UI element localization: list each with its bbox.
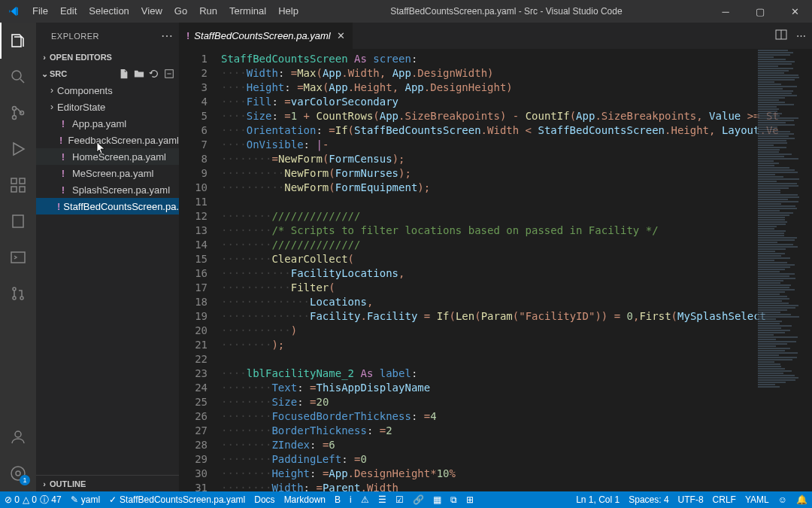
menu-terminal[interactable]: Terminal [223,0,272,23]
collapse-icon[interactable] [162,67,176,81]
activity-pull-request-icon[interactable] [0,275,36,312]
file-app[interactable]: !App.pa.yaml [36,115,179,132]
yaml-file-icon: ! [57,201,60,212]
status-language[interactable]: YAML [741,491,774,508]
svg-line-1 [20,79,24,83]
code-content[interactable]: StaffBedCountsScreen As screen:····Width… [221,49,812,491]
activity-search-icon[interactable] [0,59,36,95]
status-problems[interactable]: ⊘ 0 △ 0 ⓘ 47 [0,491,66,508]
status-link-icon[interactable]: 🔗 [408,491,429,508]
activity-extensions-icon[interactable] [0,167,36,203]
status-check-icon[interactable]: ☑ [391,491,408,508]
open-editors-section[interactable]: › OPEN EDITORS [36,49,179,65]
menu-selection[interactable]: Selection [83,0,135,23]
refresh-icon[interactable] [147,67,161,81]
file-label: FeedbackScreen.pa.yaml [68,135,179,146]
svg-point-11 [13,287,16,291]
svg-rect-8 [20,178,25,184]
status-image-icon[interactable]: ▦ [429,491,446,508]
close-button[interactable]: ✕ [777,0,812,23]
file-me[interactable]: !MeScreen.pa.yaml [36,165,179,181]
activity-account-icon[interactable] [0,419,36,455]
code-editor[interactable]: 1234567891011121314151617181920212223242… [179,49,812,491]
menu-file[interactable]: File [26,0,54,23]
menu-view[interactable]: View [135,0,168,23]
minimap[interactable] [756,49,801,491]
svg-rect-9 [13,215,23,227]
outline-label: OUTLINE [50,479,86,488]
activity-bookmark-icon[interactable] [0,203,36,239]
tab-close-icon[interactable]: ✕ [337,30,345,41]
new-file-icon[interactable] [117,67,131,81]
activity-console-icon[interactable] [0,239,36,275]
status-italic[interactable]: i [345,491,356,508]
file-label: App.pa.yaml [72,118,126,129]
src-folder-header[interactable]: ⌄ SRC [36,65,179,82]
status-bold[interactable]: B [330,491,345,508]
chevron-right-icon: › [47,85,57,96]
yaml-file-icon: ! [57,151,69,163]
activity-source-control-icon[interactable] [0,95,36,131]
maximize-button[interactable]: ▢ [743,0,777,23]
pencil-icon: ✎ [71,494,78,505]
tab-bar: ! StaffBedCountsScreen.pa.yaml ✕ ⋯ [179,23,812,49]
status-bell-icon[interactable]: 🔔 [792,491,812,508]
folder-components[interactable]: ›Components [36,82,179,99]
scrollbar[interactable] [801,49,812,491]
outline-section[interactable]: › OUTLINE [36,475,179,491]
status-warnings: △ 0 [23,494,37,505]
menu-edit[interactable]: Edit [54,0,83,23]
file-label: MeScreen.pa.yaml [72,168,153,179]
activity-settings-icon[interactable]: 1 [0,455,36,491]
folder-editorstate[interactable]: ›EditorState [36,99,179,115]
status-encoding[interactable]: UTF-8 [674,491,708,508]
file-home[interactable]: !HomeScreen.pa.yaml [36,148,179,165]
menu-help[interactable]: Help [272,0,304,23]
file-staffbedcounts[interactable]: !StaffBedCountsScreen.pa.yaml [36,198,179,214]
window-controls: ─ ▢ ✕ [708,0,812,23]
menu-go[interactable]: Go [168,0,193,23]
tab-staffbedcounts[interactable]: ! StaffBedCountsScreen.pa.yaml ✕ [179,23,353,49]
status-format-icon[interactable]: ⊞ [462,491,478,508]
activity-run-debug-icon[interactable] [0,131,36,167]
status-markdown[interactable]: Markdown [280,491,330,508]
status-filename[interactable]: ✓ StaffBedCountsScreen.pa.yaml [105,491,250,508]
chevron-right-icon: › [39,53,50,62]
file-splash[interactable]: !SplashScreen.pa.yaml [36,181,179,198]
sidebar-header: EXPLORER ⋯ [36,23,179,49]
status-cursor[interactable]: Ln 1, Col 1 [571,491,624,508]
svg-point-14 [15,431,21,437]
menu-run[interactable]: Run [193,0,223,23]
status-eol[interactable]: CRLF [708,491,741,508]
yaml-file-icon: ! [57,168,69,179]
status-spaces[interactable]: Spaces: 4 [624,491,673,508]
status-code-icon[interactable]: ⧉ [446,491,462,508]
status-bullet-icon[interactable]: ☰ [374,491,391,508]
yaml-file-icon: ! [57,135,65,146]
explorer-title: EXPLORER [51,32,161,41]
status-strike-icon[interactable]: ⚠ [356,491,374,508]
folder-label: Components [57,85,113,96]
status-feedback-icon[interactable]: ☺ [774,491,792,508]
status-docs[interactable]: Docs [250,491,279,508]
editor-more-icon[interactable]: ⋯ [796,30,806,41]
tab-label: StaffBedCountsScreen.pa.yaml [194,30,330,41]
svg-rect-7 [20,187,25,192]
sidebar-more-icon[interactable]: ⋯ [161,29,174,43]
status-branch[interactable]: ✎ yaml [66,491,105,508]
new-folder-icon[interactable] [132,67,146,81]
minimize-button[interactable]: ─ [708,0,743,23]
yaml-file-icon: ! [57,118,69,129]
file-feedback[interactable]: !FeedbackScreen.pa.yaml [36,132,179,148]
settings-badge: 1 [20,475,30,485]
svg-point-3 [13,116,17,120]
folder-label: EditorState [57,102,105,113]
svg-point-12 [13,297,16,300]
chevron-right-icon: › [39,479,50,488]
file-label: HomeScreen.pa.yaml [72,151,166,163]
split-editor-icon[interactable] [775,29,787,43]
file-label: StaffBedCountsScreen.pa.yaml [63,201,179,212]
activity-explorer-icon[interactable] [0,23,36,59]
activity-bar: 1 [0,23,36,491]
editor-actions: ⋯ [769,23,812,49]
